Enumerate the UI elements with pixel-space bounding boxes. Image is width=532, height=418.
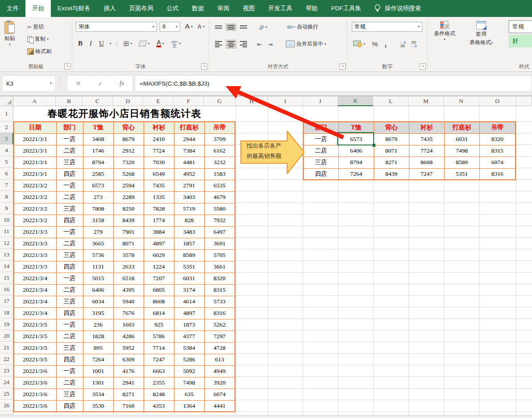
active-cell-selection[interactable] <box>337 132 374 145</box>
cell[interactable]: 20221/3/1 <box>14 133 56 145</box>
insert-function-icon[interactable]: fx <box>120 80 124 87</box>
cell[interactable]: 3661 <box>204 261 235 273</box>
cell[interactable]: 8608 <box>144 296 174 307</box>
cell[interactable]: 8248 <box>144 389 174 400</box>
font-name-combo[interactable]: 宋体 ▾ <box>76 22 157 32</box>
cell[interactable]: 四店 <box>56 215 83 226</box>
row-header-15[interactable]: 15 <box>0 272 13 284</box>
align-right-button[interactable] <box>239 40 248 48</box>
cell[interactable]: 3158 <box>83 215 113 226</box>
wrap-text-button[interactable]: ab↩ 自动换行 <box>285 22 320 32</box>
cell[interactable]: 20221/3/4 <box>14 273 56 284</box>
cell[interactable]: 1301 <box>83 377 113 389</box>
row-header-9[interactable]: 9 <box>0 203 13 214</box>
cell[interactable]: 4481 <box>174 157 204 168</box>
phonetic-button[interactable]: wén 文 ▾ <box>170 39 182 49</box>
cell[interactable]: 7714 <box>144 342 174 354</box>
cell[interactable]: 一店 <box>303 133 338 145</box>
cell[interactable]: 5384 <box>174 342 204 354</box>
cell[interactable]: 6074 <box>479 157 516 168</box>
font-color-button[interactable]: A▾ <box>155 39 165 48</box>
cell[interactable]: 20221/3/1 <box>14 168 56 180</box>
cell[interactable]: 2791 <box>174 180 204 191</box>
daily-sales-header-cell[interactable]: 吊带 <box>204 122 235 133</box>
cell[interactable]: 1364 <box>174 400 204 412</box>
cell[interactable]: 8316 <box>479 168 516 180</box>
cell[interactable]: 8071 <box>374 145 409 157</box>
cell[interactable]: 四店 <box>56 354 83 365</box>
cell[interactable]: 3578 <box>113 249 144 261</box>
cell[interactable]: 四店 <box>56 168 83 180</box>
cell[interactable]: 20221/3/3 <box>14 238 56 249</box>
cell[interactable]: 20221/3/2 <box>14 203 56 215</box>
cell[interactable]: 三店 <box>56 342 83 354</box>
cell[interactable]: 7808 <box>83 203 113 215</box>
cell[interactable]: 2941 <box>113 377 144 389</box>
cell[interactable]: 7724 <box>144 145 174 157</box>
align-middle-button[interactable] <box>226 24 236 30</box>
cell[interactable]: 3709 <box>204 133 235 145</box>
row-header-14[interactable]: 14 <box>0 261 13 272</box>
row-header-6[interactable]: 6 <box>0 168 13 179</box>
daily-sales-header-cell[interactable]: 打底衫 <box>174 122 204 133</box>
cell[interactable]: 8589 <box>174 249 204 261</box>
cell[interactable]: 2410 <box>144 133 174 145</box>
cell[interactable]: 1224 <box>144 261 174 273</box>
row-header-12[interactable]: 12 <box>0 237 13 249</box>
cell[interactable]: 7676 <box>113 307 144 319</box>
cell[interactable]: 4395 <box>113 284 144 296</box>
cell[interactable]: 7724 <box>409 145 444 157</box>
column-header-N[interactable]: N <box>444 96 479 106</box>
cell[interactable]: 895 <box>83 342 113 354</box>
cell[interactable]: 5719 <box>174 203 204 215</box>
cell[interactable]: 6031 <box>444 133 479 145</box>
cell[interactable]: 7498 <box>174 377 204 389</box>
cell[interactable]: 8679 <box>113 133 144 145</box>
cell[interactable]: 3884 <box>144 226 174 238</box>
cell[interactable]: 2585 <box>83 168 113 180</box>
tab-插入[interactable]: 插入 <box>97 0 123 17</box>
select-all-corner[interactable] <box>0 96 13 106</box>
dialog-launcher-icon[interactable]: ↘ <box>64 63 70 70</box>
cell[interactable]: 1131 <box>83 261 113 273</box>
bold-button[interactable]: B <box>77 39 84 48</box>
row-header-11[interactable]: 11 <box>0 226 13 237</box>
cell[interactable]: 5940 <box>113 296 144 307</box>
fill-handle[interactable] <box>372 143 376 147</box>
cell[interactable]: 4377 <box>174 331 204 342</box>
row-header-26[interactable]: 26 <box>0 400 13 411</box>
cell[interactable]: 635 <box>174 389 204 400</box>
cell[interactable]: 2944 <box>174 133 204 145</box>
column-header-D[interactable]: D <box>113 96 143 106</box>
cell[interactable]: 7247 <box>144 354 174 365</box>
cell[interactable]: 4614 <box>174 296 204 307</box>
cell[interactable]: 2355 <box>144 377 174 389</box>
cell[interactable]: 8794 <box>83 157 113 168</box>
cell[interactable]: 5015 <box>83 273 113 284</box>
cell[interactable]: 20221/3/5 <box>14 319 56 331</box>
cell[interactable]: 20221/3/4 <box>14 296 56 307</box>
cell[interactable]: 1774 <box>144 215 174 226</box>
cell[interactable]: 828 <box>174 215 204 226</box>
row-header-25[interactable]: 25 <box>0 388 13 400</box>
cell[interactable]: 6518 <box>113 273 144 284</box>
cell[interactable]: 8271 <box>374 157 409 168</box>
cell[interactable]: 二店 <box>303 145 338 157</box>
cell[interactable]: 三店 <box>303 157 338 168</box>
paste-button[interactable]: 粘贴 ▾ <box>4 21 15 46</box>
row-header-3[interactable]: 3 <box>0 133 13 145</box>
cell[interactable]: 5092 <box>174 365 204 377</box>
cell[interactable]: 20221/3/2 <box>14 180 56 191</box>
cell[interactable]: 20221/3/6 <box>14 377 56 389</box>
tab-文件[interactable]: 文件 <box>0 0 25 17</box>
column-header-I[interactable]: I <box>268 96 303 106</box>
cell[interactable]: 20221/3/1 <box>14 145 56 157</box>
cell[interactable]: 20221/3/5 <box>14 331 56 342</box>
cell[interactable]: 6497 <box>204 226 235 238</box>
orientation-button[interactable]: ab▾ <box>257 24 268 31</box>
cell[interactable]: 5786 <box>144 331 174 342</box>
grow-font-button[interactable]: A▴ <box>184 21 194 31</box>
cell[interactable]: 3195 <box>83 307 113 319</box>
format-as-table-button[interactable]: 套用 表格格式▾ <box>470 21 493 46</box>
cell[interactable]: 5351 <box>444 168 479 180</box>
